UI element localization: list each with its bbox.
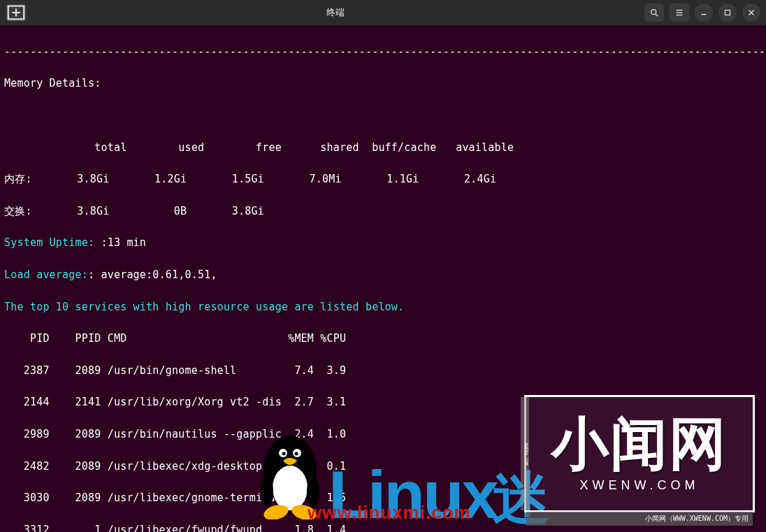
linux-url: www.linuxmi.com	[308, 502, 471, 524]
close-icon	[746, 8, 756, 17]
load-label: Load average:	[4, 268, 88, 281]
svg-point-20	[261, 476, 273, 507]
load-value: : average:0.61,0.51,	[88, 268, 217, 281]
ps-header: PID PPID CMD %MEM %CPU	[4, 331, 762, 347]
watermark-foot: 小闻网（WWW.XWENW.COM）专用	[526, 512, 753, 526]
uptime-label: System Uptime:	[4, 236, 101, 249]
svg-point-3	[651, 10, 656, 15]
uptime-line: System Uptime: :13 min	[4, 235, 762, 251]
memory-row: 内存: 3.8Gi 1.2Gi 1.5Gi 7.0Mi 1.1Gi 2.4Gi	[4, 171, 762, 187]
services-header: The top 10 services with high resource u…	[4, 299, 762, 315]
new-tab-icon	[6, 2, 27, 23]
svg-point-16	[282, 452, 286, 456]
swap-row: 交换: 3.8Gi 0B 3.8Gi	[4, 203, 762, 220]
svg-rect-9	[725, 10, 730, 15]
svg-point-17	[295, 452, 298, 456]
svg-point-13	[273, 466, 308, 510]
load-line: Load average:: average:0.61,0.51,	[4, 267, 762, 283]
uptime-value: :13 min	[101, 236, 146, 249]
search-icon	[649, 8, 659, 17]
svg-line-4	[656, 14, 658, 17]
hamburger-icon	[674, 8, 684, 17]
watermark-small: XWENW.COM	[580, 478, 700, 493]
watermark-side: XWENW.COM	[521, 397, 529, 510]
watermark-big: 小闻网	[551, 415, 728, 473]
minimize-button[interactable]	[695, 3, 713, 22]
search-button[interactable]	[644, 3, 664, 22]
maximize-icon	[723, 8, 732, 17]
window-titlebar: 终端	[0, 0, 766, 25]
ps-row: 2387 2089 /usr/bin/gnome-shell 7.4 3.9	[4, 363, 762, 379]
memory-header: Memory Details:	[4, 76, 762, 92]
divider-line: ----------------------------------------…	[4, 44, 762, 60]
minimize-icon	[699, 8, 709, 17]
window-title: 终端	[27, 6, 644, 19]
close-button[interactable]	[742, 3, 760, 22]
new-tab-button[interactable]	[6, 3, 27, 22]
watermark-box: XWENW.COM 小闻网 XWENW.COM 小闻网（WWW.XWENW.CO…	[524, 395, 755, 512]
maximize-button[interactable]	[718, 3, 737, 22]
menu-button[interactable]	[670, 3, 689, 22]
memory-columns: total used free shared buff/cache availa…	[4, 140, 762, 156]
